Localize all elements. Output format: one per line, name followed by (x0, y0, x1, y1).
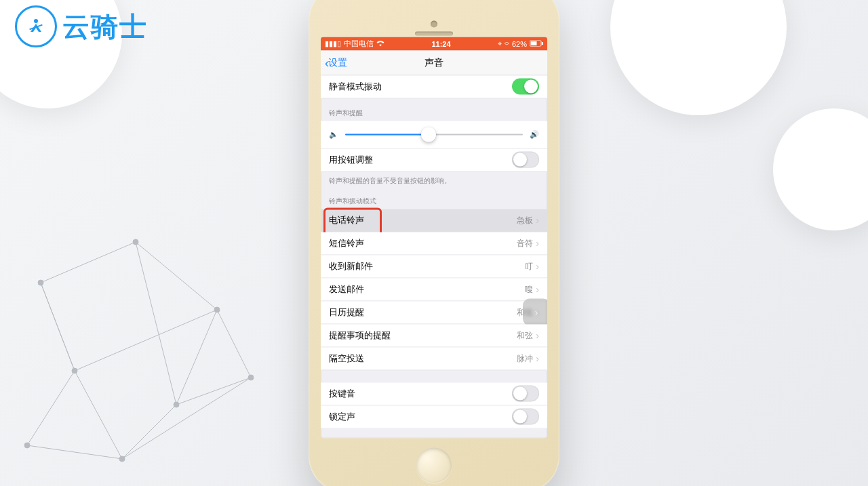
bg-blob (773, 108, 868, 230)
row-keyclick[interactable]: 按键音 (321, 382, 547, 405)
chevron-right-icon: › (535, 306, 538, 317)
row-lock-sound[interactable]: 锁定声 (321, 405, 547, 428)
row-value: 音符 (517, 237, 533, 249)
row-button-adjust[interactable]: 用按钮调整 (321, 148, 547, 171)
chevron-right-icon: › (536, 215, 539, 226)
section-footer: 铃声和提醒的音量不受音量按钮的影响。 (321, 171, 547, 186)
clock: 11:24 (431, 39, 450, 47)
chevron-right-icon: › (536, 261, 539, 272)
chevron-right-icon: › (536, 284, 539, 295)
row-airdrop[interactable]: 隔空投送 脉冲› (321, 347, 547, 370)
home-button[interactable] (416, 447, 452, 483)
signal-icon: ▮▮▮▯ (325, 39, 341, 48)
row-volume-slider[interactable]: 🔈 🔊 (321, 121, 547, 148)
phone-frame: ▮▮▮▯ 中国电信 11:24 ⌖ ⌔ 62% ‹ 设置 声音 (309, 0, 559, 486)
row-calendar[interactable]: 日历提醒 和弦› › (321, 301, 547, 324)
row-value: 急板 (517, 214, 533, 226)
row-value: 脉冲 (517, 352, 533, 364)
row-texttone[interactable]: 短信铃声 音符› (321, 232, 547, 255)
carrier-label: 中国电信 (344, 39, 374, 49)
row-label: 提醒事项的提醒 (329, 329, 391, 342)
row-value: 和弦 (517, 329, 533, 341)
toggle-silent-vibrate[interactable] (512, 79, 539, 95)
row-label: 短信铃声 (329, 237, 364, 249)
page-title: 声音 (425, 56, 443, 68)
volume-slider[interactable] (345, 134, 523, 135)
row-label: 静音模式振动 (329, 81, 382, 93)
row-label: 锁定声 (329, 411, 355, 423)
row-label: 隔空投送 (329, 352, 364, 365)
logo-text: 云骑士 (62, 8, 148, 45)
svg-rect-12 (542, 42, 543, 45)
row-value: 叮 (525, 260, 533, 272)
bluetooth-icon: ⌔ (505, 39, 509, 47)
row-label: 日历提醒 (329, 306, 364, 319)
row-label: 电话铃声 (329, 214, 364, 226)
row-label: 发送邮件 (329, 283, 364, 296)
row-label: 收到新邮件 (329, 260, 373, 272)
volume-low-icon: 🔈 (329, 130, 338, 139)
back-button[interactable]: ‹ 设置 (325, 56, 347, 68)
toggle-keyclick[interactable] (512, 386, 539, 402)
battery-icon (530, 39, 543, 47)
section-header-ringer: 铃声和提醒 (321, 98, 547, 121)
svg-point-8 (34, 19, 38, 23)
row-label: 用按钮调整 (329, 154, 373, 166)
brand-logo: 云骑士 (15, 5, 148, 47)
location-icon: ⌖ (498, 39, 502, 48)
logo-icon (15, 5, 57, 47)
volume-high-icon: 🔊 (530, 130, 539, 139)
phone-screen: ▮▮▮▯ 中国电信 11:24 ⌖ ⌔ 62% ‹ 设置 声音 (321, 37, 547, 438)
chevron-right-icon: › (536, 330, 539, 341)
wifi-icon (376, 39, 384, 47)
section-header-patterns: 铃声和振动模式 (321, 186, 547, 209)
assistive-touch-button[interactable]: › (523, 298, 547, 325)
chevron-right-icon: › (536, 238, 539, 249)
back-label: 设置 (328, 56, 347, 68)
wireframe-decoration (0, 201, 285, 486)
chevron-right-icon: › (536, 353, 539, 364)
row-ringtone[interactable]: 电话铃声 急板› (321, 209, 547, 232)
status-bar: ▮▮▮▯ 中国电信 11:24 ⌖ ⌔ 62% (321, 37, 547, 50)
row-reminder[interactable]: 提醒事项的提醒 和弦› (321, 324, 547, 347)
row-silent-vibrate[interactable]: 静音模式振动 (321, 75, 547, 98)
row-newmail[interactable]: 收到新邮件 叮› (321, 255, 547, 278)
row-label: 按键音 (329, 388, 355, 400)
toggle-lock-sound[interactable] (512, 409, 539, 425)
svg-rect-11 (530, 41, 536, 45)
battery-percent: 62% (512, 39, 527, 47)
settings-list: 静音模式振动 铃声和提醒 🔈 🔊 用按钮调整 铃声和提醒的音量不受音量按钮的影响… (321, 75, 547, 428)
bg-blob (610, 0, 787, 115)
row-sentmail[interactable]: 发送邮件 嗖› (321, 278, 547, 301)
phone-camera (431, 20, 437, 27)
phone-speaker (415, 31, 453, 35)
toggle-button-adjust[interactable] (512, 152, 539, 168)
row-value: 嗖 (525, 283, 533, 295)
nav-bar: ‹ 设置 声音 (321, 50, 547, 75)
